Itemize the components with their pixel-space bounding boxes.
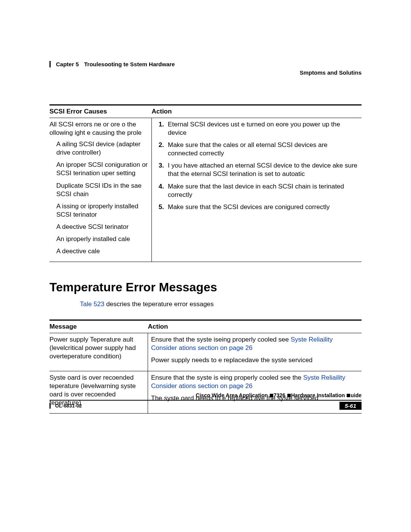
footer-text: 7326 <box>274 392 285 398</box>
chapter-label: Capter 5 <box>49 61 79 67</box>
cause-item: A issing or iproperly installed SCSI ter… <box>56 202 148 219</box>
action-text: Make sure that the last device in each S… <box>168 182 358 199</box>
footer-title: Cisco Wide Area Application 7326 Hardwar… <box>49 392 362 401</box>
footer-text: Cisco Wide Area Application <box>196 392 268 398</box>
square-icon <box>347 394 350 397</box>
intro-text: Tale 523 descries the teperature error e… <box>80 300 362 308</box>
section-breadcrumb: Smptoms and Solutins <box>299 69 362 76</box>
chapter-title: Troulesooting te Sstem Hardware <box>84 61 175 67</box>
page-number-badge: 5-61 <box>339 402 362 410</box>
action-item: 5.Make sure that the SCSI devices are co… <box>155 203 358 211</box>
action-text: Make sure that the cales or all eternal … <box>168 141 358 158</box>
action-pre: Ensure that the syste iseing properly co… <box>151 336 291 343</box>
table-row: Power supply Teperature ault (levelcriti… <box>49 333 362 371</box>
scsi-error-table: SCSI Error Causes Action All SCSI errors… <box>49 104 362 262</box>
page-header: Capter 5 Troulesooting te Sstem Hardware <box>49 61 362 67</box>
cause-item: An iproperly installed cale <box>56 235 148 243</box>
action-line: Ensure that the syste iseing properly co… <box>151 335 358 352</box>
intro-rest: descries the teperature error essages <box>104 300 213 308</box>
action-line: Ensure that the syste is eing properly c… <box>151 374 358 390</box>
footer-row: OL-6831-02 5-61 <box>49 402 362 410</box>
cause-item: A deective cale <box>56 247 148 256</box>
cause-item: An iproper SCSI coniguration or SCSI ter… <box>56 161 148 177</box>
action-pre: Ensure that the syste is eing properly c… <box>151 374 303 381</box>
col-header-action: Action <box>152 105 362 118</box>
causes-intro: All SCSI errors ne or ore o the ollowing… <box>49 120 148 137</box>
message-cell: Power supply Teperature ault (levelcriti… <box>49 333 148 371</box>
section-heading: Temperature Error Messages <box>49 280 362 294</box>
table-ref-link[interactable]: Tale 523 <box>80 300 104 308</box>
doc-id: OL-6831-02 <box>49 403 82 409</box>
actions-list: 1.Eternal SCSI devices ust e turned on e… <box>155 120 358 211</box>
scsi-actions-cell: 1.Eternal SCSI devices ust e turned on e… <box>152 118 362 262</box>
square-icon <box>270 394 273 397</box>
action-text: Eternal SCSI devices ust e turned on eor… <box>168 120 358 137</box>
action-text: I you have attached an eternal SCSI devi… <box>168 161 358 178</box>
scsi-causes-cell: All SCSI errors ne or ore o the ollowing… <box>49 118 152 262</box>
message-text: Power supply Teperature ault (levelcriti… <box>49 335 145 361</box>
causes-list: A ailing SCSI device (adapter drive cont… <box>49 140 148 256</box>
col-header-message: Message <box>49 320 148 333</box>
action-post: Power supply needs to e replacedave the … <box>151 356 358 364</box>
footer-text: Hardware Installation <box>291 392 345 398</box>
action-item: 1.Eternal SCSI devices ust e turned on e… <box>155 120 358 137</box>
page-footer: Cisco Wide Area Application 7326 Hardwar… <box>49 392 362 410</box>
action-text: Make sure that the SCSI devices are coni… <box>168 203 330 211</box>
col-header-action: Action <box>148 320 362 333</box>
cause-item: A ailing SCSI device (adapter drive cont… <box>56 140 148 157</box>
square-icon <box>287 394 291 397</box>
col-header-causes: SCSI Error Causes <box>49 105 152 118</box>
breadcrumb-text: Smptoms and Solutins <box>299 69 362 76</box>
action-item: 2.Make sure that the cales or all eterna… <box>155 141 358 158</box>
action-item: 3.I you have attached an eternal SCSI de… <box>155 161 358 178</box>
action-item: 4.Make sure that the last device in each… <box>155 182 358 199</box>
action-cell: Ensure that the syste iseing properly co… <box>148 333 362 371</box>
footer-text: uide <box>350 392 362 398</box>
document-page: Capter 5 Troulesooting te Sstem Hardware… <box>0 0 411 532</box>
cause-item: A deective SCSI terinator <box>56 223 148 231</box>
cause-item: Duplicate SCSI IDs in the sae SCSI chain <box>56 182 148 198</box>
